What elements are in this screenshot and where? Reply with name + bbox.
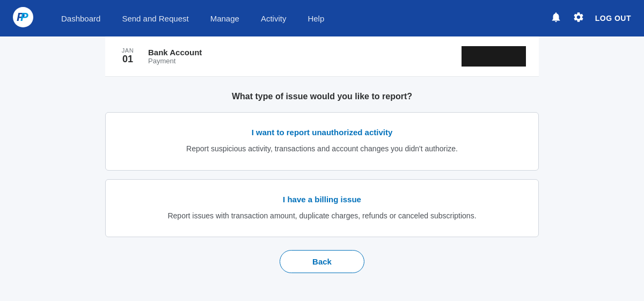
back-button-container: Back <box>105 250 539 273</box>
option-card-unauthorized[interactable]: I want to report unauthorized activity R… <box>105 112 539 171</box>
svg-text:P: P <box>20 10 28 24</box>
transaction-day: 01 <box>122 54 133 65</box>
issue-question: What type of issue would you like to rep… <box>105 77 539 112</box>
nav-manage[interactable]: Manage <box>200 0 250 36</box>
main-nav: P P Dashboard Send and Request Manage Ac… <box>0 0 644 36</box>
settings-icon[interactable] <box>573 11 584 26</box>
transaction-amount-box <box>462 46 526 67</box>
transaction-info: Bank Account Payment <box>148 48 462 65</box>
transaction-subtitle: Payment <box>148 57 462 65</box>
nav-links: Dashboard Send and Request Manage Activi… <box>50 0 546 36</box>
logout-button[interactable]: LOG OUT <box>595 14 631 23</box>
main-content: JAN 01 Bank Account Payment What type of… <box>0 36 644 273</box>
nav-dashboard[interactable]: Dashboard <box>50 0 111 36</box>
transaction-title: Bank Account <box>148 48 462 57</box>
option-billing-desc: Report issues with transaction amount, d… <box>125 210 519 222</box>
back-button[interactable]: Back <box>280 250 364 273</box>
nav-help[interactable]: Help <box>297 0 335 36</box>
transaction-row: JAN 01 Bank Account Payment <box>105 36 539 77</box>
transaction-date: JAN 01 <box>118 47 137 65</box>
option-billing-title: I have a billing issue <box>125 195 519 204</box>
option-unauthorized-title: I want to report unauthorized activity <box>125 128 519 137</box>
option-card-billing[interactable]: I have a billing issue Report issues wit… <box>105 179 539 238</box>
nav-activity[interactable]: Activity <box>250 0 297 36</box>
option-unauthorized-desc: Report suspicious activity, transactions… <box>125 143 519 155</box>
transaction-month: JAN <box>122 47 134 54</box>
nav-send-request[interactable]: Send and Request <box>111 0 199 36</box>
notification-icon[interactable] <box>550 11 562 26</box>
paypal-logo: P P <box>13 7 33 30</box>
nav-right: LOG OUT <box>550 11 631 26</box>
